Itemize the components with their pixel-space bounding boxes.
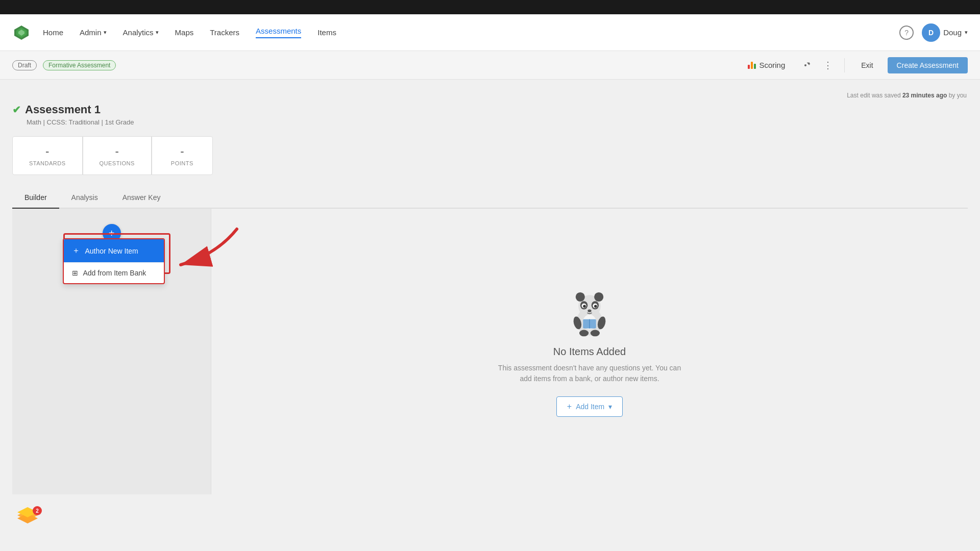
points-label: POINTS — [168, 160, 196, 166]
svg-point-17 — [579, 330, 589, 336]
nav-items[interactable]: Items — [317, 28, 336, 37]
scoring-chart-icon — [748, 62, 756, 69]
nav-admin[interactable]: Admin ▾ — [80, 28, 107, 37]
nav-assessments[interactable]: Assessments — [256, 27, 301, 38]
questions-value: - — [100, 145, 135, 158]
standards-value: - — [29, 145, 66, 158]
main-content: Last edit was saved 23 minutes ago by yo… — [0, 80, 980, 494]
tab-builder[interactable]: Builder — [12, 187, 59, 209]
no-items-description: This assessment doesn't have any questio… — [498, 363, 681, 384]
check-circle-icon: ✔ — [12, 104, 21, 116]
points-value: - — [168, 145, 196, 158]
questions-card: - QUESTIONS — [83, 136, 152, 175]
sub-header-left: Draft Formative Assessment — [12, 60, 116, 70]
avatar: D — [922, 23, 940, 42]
tabs: Builder Analysis Answer Key — [12, 187, 968, 209]
more-options-button[interactable]: ⋮ — [820, 57, 836, 73]
sub-header-right: Scoring ⋮ Exit Create Assessment — [742, 57, 968, 73]
assessment-meta: Math | CCSS: Traditional | 1st Grade — [27, 118, 968, 126]
standards-card: - STANDARDS — [12, 136, 83, 175]
grid-icon: ⊞ — [72, 269, 78, 277]
draft-badge: Draft — [12, 60, 37, 70]
tab-analysis[interactable]: Analysis — [59, 187, 110, 209]
divider — [844, 58, 845, 72]
content-area: + ＋ Author New Item ⊞ Add from Item Bank — [12, 209, 968, 494]
last-edit-text: Last edit was saved 23 minutes ago by yo… — [12, 92, 968, 99]
user-menu[interactable]: D Doug ▾ — [922, 23, 968, 42]
nav-home[interactable]: Home — [43, 28, 63, 37]
help-icon[interactable]: ? — [899, 26, 914, 40]
points-card: - POINTS — [152, 136, 213, 175]
standards-label: STANDARDS — [29, 160, 66, 166]
scoring-label: Scoring — [759, 61, 785, 69]
create-assessment-button[interactable]: Create Assessment — [888, 57, 968, 73]
nav-right: ? D Doug ▾ — [899, 23, 968, 42]
nav-links: Home Admin ▾ Analytics ▾ Maps Trackers A… — [43, 27, 899, 38]
svg-point-18 — [591, 330, 600, 336]
nav-trackers[interactable]: Trackers — [210, 28, 239, 37]
svg-point-13 — [594, 305, 597, 307]
svg-point-14 — [587, 309, 591, 312]
exit-button[interactable]: Exit — [853, 58, 881, 72]
svg-point-6 — [576, 292, 585, 301]
add-item-label: Add Item — [576, 403, 604, 411]
navbar: Home Admin ▾ Analytics ▾ Maps Trackers A… — [0, 14, 980, 51]
author-new-item-option[interactable]: ＋ Author New Item — [64, 239, 164, 262]
analytics-chevron-icon: ▾ — [156, 29, 159, 36]
user-chevron-icon: ▾ — [965, 29, 968, 36]
scoring-button[interactable]: Scoring — [742, 58, 791, 72]
panda-illustration — [564, 287, 615, 338]
svg-point-12 — [583, 305, 585, 307]
add-item-button[interactable]: + Add Item ▾ — [556, 396, 623, 417]
nav-maps[interactable]: Maps — [175, 28, 194, 37]
add-item-plus-icon: + — [567, 402, 572, 411]
sub-header: Draft Formative Assessment Scoring ⋮ Exi… — [0, 51, 980, 80]
assessment-title-section: ✔ Assessment 1 Math | CCSS: Traditional … — [12, 103, 968, 126]
nav-analytics[interactable]: Analytics ▾ — [123, 28, 159, 37]
settings-button[interactable] — [797, 57, 814, 73]
add-item-chevron-icon: ▾ — [608, 403, 612, 411]
right-panel: No Items Added This assessment doesn't h… — [211, 209, 968, 494]
add-from-bank-label: Add from Item Bank — [83, 269, 146, 277]
svg-point-7 — [594, 292, 603, 301]
formative-badge: Formative Assessment — [43, 60, 116, 70]
left-panel: + ＋ Author New Item ⊞ Add from Item Bank — [12, 209, 211, 494]
admin-chevron-icon: ▾ — [104, 29, 107, 36]
plus-icon: ＋ — [72, 245, 80, 256]
author-new-item-label: Author New Item — [85, 247, 138, 255]
stats-row: - STANDARDS - QUESTIONS - POINTS — [12, 136, 968, 175]
assessment-name: Assessment 1 — [25, 103, 101, 116]
tab-answer-key[interactable]: Answer Key — [110, 187, 173, 209]
top-bar — [0, 0, 980, 14]
assessment-title: ✔ Assessment 1 — [12, 103, 968, 116]
questions-label: QUESTIONS — [100, 160, 135, 166]
layer-badge: 2 — [33, 506, 42, 515]
no-items-title: No Items Added — [553, 346, 626, 358]
add-from-bank-option[interactable]: ⊞ Add from Item Bank — [64, 262, 164, 283]
layer-icon-container[interactable]: 2 — [14, 506, 43, 535]
add-item-dropdown: ＋ Author New Item ⊞ Add from Item Bank — [63, 238, 165, 284]
user-name: Doug — [943, 28, 962, 37]
app-logo[interactable] — [12, 23, 31, 42]
